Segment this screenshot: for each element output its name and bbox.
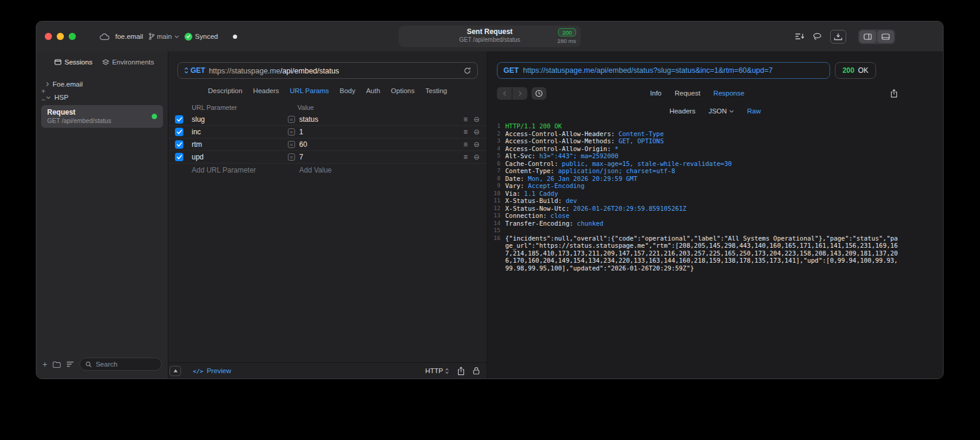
toggle-bottom-panel-button[interactable]: [877, 30, 894, 43]
row-remove-icon[interactable]: ⊖: [474, 153, 480, 161]
environments-icon: [102, 59, 109, 66]
param-checkbox[interactable]: [175, 153, 183, 161]
tab-environments[interactable]: Environments: [102, 59, 154, 66]
line-content: X-Status-Build: dev: [505, 197, 900, 205]
protocol-selector[interactable]: HTTP: [425, 367, 449, 374]
row-menu-icon[interactable]: ≡: [463, 153, 468, 161]
view-tab-json-label: JSON: [708, 107, 727, 115]
line-content: HTTP/1.1 200 OK: [505, 122, 900, 130]
tab-sessions-label: Sessions: [64, 59, 93, 66]
param-name[interactable]: rtm: [192, 140, 288, 149]
request-list-item[interactable]: Request GET /api/embed/status: [41, 105, 163, 128]
request-tab-description[interactable]: Description: [208, 87, 242, 94]
view-tab-raw[interactable]: Raw: [747, 107, 761, 115]
add-param-row[interactable]: Add URL Parameter Add Value: [168, 164, 487, 176]
add-param-name-placeholder[interactable]: Add URL Parameter: [192, 166, 288, 174]
line-content: Connection: close: [505, 212, 900, 220]
param-value[interactable]: 7: [299, 153, 303, 161]
toggle-right-panel-button[interactable]: [859, 30, 876, 43]
response-url-box[interactable]: GET https://statuspage.me/api/embed/stat…: [497, 62, 830, 79]
column-value: Value: [297, 104, 314, 111]
code-line: 3 Access-Control-Allow-Methods: GET, OPT…: [490, 137, 900, 145]
request-tab-url-params[interactable]: URL Params: [290, 87, 328, 94]
param-name[interactable]: upd: [192, 153, 288, 161]
sync-status: Synced: [185, 33, 218, 41]
sessions-icon: [54, 59, 62, 65]
sort-list-icon[interactable]: [66, 361, 74, 367]
remove-group-button[interactable]: −: [41, 97, 45, 103]
new-folder-icon[interactable]: [53, 361, 61, 368]
param-checkbox[interactable]: [175, 115, 183, 124]
branch-selector[interactable]: main: [149, 33, 179, 40]
row-remove-icon[interactable]: ⊖: [474, 141, 480, 148]
param-name[interactable]: inc: [192, 128, 288, 136]
request-tab-auth[interactable]: Auth: [366, 87, 380, 94]
param-value[interactable]: 1: [299, 128, 303, 136]
export-response-icon[interactable]: [890, 89, 898, 98]
param-value[interactable]: 60: [299, 140, 307, 149]
request-tab-body[interactable]: Body: [340, 87, 355, 94]
sidebar-tabs: Sessions Environments: [36, 51, 168, 69]
tab-info[interactable]: Info: [650, 90, 662, 97]
row-menu-icon[interactable]: ≡: [463, 141, 468, 148]
chevron-down-icon: [729, 110, 734, 113]
row-menu-icon[interactable]: ≡: [463, 116, 468, 123]
param-value[interactable]: status: [299, 115, 318, 124]
lasso-icon[interactable]: [813, 33, 822, 41]
expand-editor-button[interactable]: [170, 366, 181, 376]
minimize-window-button[interactable]: [57, 33, 64, 40]
line-number: 1: [490, 122, 500, 130]
history-clock-icon[interactable]: [532, 87, 546, 100]
history-forward-button[interactable]: [512, 87, 527, 100]
project-name[interactable]: foe.email: [115, 33, 143, 40]
tree-item-hsp[interactable]: HSP: [36, 91, 168, 104]
request-tab-options[interactable]: Options: [391, 87, 415, 94]
row-remove-icon[interactable]: ⊖: [474, 116, 480, 123]
line-number: 3: [490, 137, 500, 145]
line-content: [505, 227, 900, 235]
add-group-button[interactable]: +: [41, 88, 45, 95]
code-icon: </>: [193, 368, 203, 374]
row-remove-icon[interactable]: ⊖: [474, 128, 480, 136]
code-line: 4 Access-Control-Allow-Origin: *: [490, 145, 900, 153]
request-tab-headers[interactable]: Headers: [253, 87, 279, 94]
equals-icon: =: [288, 141, 295, 148]
code-line: 6 Cache-Control: public, max-age=15, sta…: [490, 160, 900, 168]
history-back-button[interactable]: [497, 87, 512, 100]
close-window-button[interactable]: [45, 33, 52, 40]
request-status-capsule[interactable]: Sent Request GET /api/embed/status 200 2…: [399, 26, 581, 47]
param-name[interactable]: slug: [192, 115, 288, 124]
synced-check-icon: [185, 33, 192, 41]
tree-item-foe-email[interactable]: Foe.email: [36, 78, 168, 91]
param-checkbox[interactable]: [175, 128, 183, 136]
view-tab-json[interactable]: JSON: [708, 107, 734, 115]
zoom-window-button[interactable]: [69, 33, 76, 40]
request-item-subtitle: GET /api/embed/status: [47, 117, 157, 124]
request-tab-testing[interactable]: Testing: [425, 87, 447, 94]
sidebar-add-remove: + −: [41, 88, 45, 103]
search-input[interactable]: Search: [79, 358, 162, 371]
sort-lines-icon[interactable]: [795, 33, 804, 40]
line-content: Date: Mon, 26 Jan 2026 20:29:59 GMT: [505, 175, 900, 183]
lock-icon[interactable]: [473, 367, 480, 375]
add-request-button[interactable]: +: [42, 361, 47, 368]
titlebar: foe.email main Synced Sent Request: [36, 21, 943, 51]
code-line: 16 {"incidents":null,"overall":{"code":"…: [490, 235, 900, 272]
equals-icon: =: [288, 116, 295, 123]
import-response-icon[interactable]: [830, 30, 846, 44]
preview-button[interactable]: </> Preview: [193, 367, 231, 374]
tab-response[interactable]: Response: [714, 90, 745, 97]
resend-request-icon[interactable]: [463, 67, 471, 75]
tab-request[interactable]: Request: [675, 90, 701, 97]
row-menu-icon[interactable]: ≡: [463, 128, 468, 136]
add-param-value-placeholder[interactable]: Add Value: [299, 166, 332, 174]
param-checkbox[interactable]: [175, 140, 183, 149]
view-tab-headers[interactable]: Headers: [669, 107, 695, 115]
code-area[interactable]: 1 HTTP/1.1 200 OK 2 Access-Control-Allow…: [487, 122, 943, 379]
method-selector[interactable]: GET: [184, 66, 205, 75]
tree-item-label: HSP: [54, 94, 69, 101]
share-icon[interactable]: [457, 367, 465, 376]
code-line: 14 Transfer-Encoding: chunked: [490, 220, 900, 227]
tab-sessions[interactable]: Sessions: [54, 59, 93, 66]
request-url-bar[interactable]: GET https://statuspage.me/api/embed/stat…: [177, 62, 478, 79]
